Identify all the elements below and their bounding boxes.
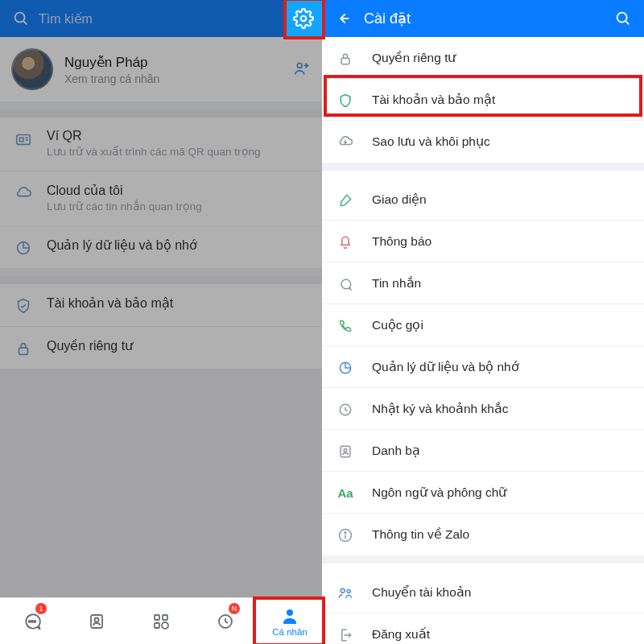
row-title: Tin nhắn	[372, 276, 633, 291]
nav-label: Cá nhân	[272, 627, 307, 637]
nav-discover[interactable]	[129, 598, 193, 644]
svg-point-21	[617, 13, 627, 23]
row-data[interactable]: Quản lý dữ liệu và bộ nhớ	[0, 226, 322, 268]
svg-point-3	[297, 63, 302, 68]
row-title: Cloud của tôi	[47, 183, 311, 198]
svg-point-28	[344, 448, 347, 452]
svg-rect-16	[163, 615, 167, 620]
lock-icon	[11, 338, 35, 357]
nav-contacts[interactable]	[64, 598, 129, 644]
row-title: Thông báo	[372, 234, 633, 249]
svg-point-10	[29, 620, 31, 621]
settings-about[interactable]: Thông tin về Zalo	[322, 514, 644, 555]
settings-contacts[interactable]: Danh bạ	[322, 430, 644, 472]
nav-personal[interactable]: Cá nhân	[258, 598, 322, 644]
row-qr[interactable]: Ví QR Lưu trữ và xuất trình các mã QR qu…	[0, 118, 322, 171]
right-header: Cài đặt	[322, 0, 644, 37]
settings-privacy[interactable]: Quyền riêng tư	[322, 37, 644, 79]
font-icon: Aa	[333, 485, 357, 500]
row-cloud[interactable]: Cloud của tôi Lưu trữ các tin nhắn quan …	[0, 171, 322, 226]
row-title: Đăng xuất	[372, 627, 633, 642]
page-title: Cài đặt	[354, 10, 612, 27]
piechart-icon	[11, 237, 35, 257]
svg-rect-15	[155, 615, 159, 620]
search-input[interactable]: Tìm kiếm	[32, 11, 312, 27]
contacts-icon	[333, 442, 357, 460]
svg-point-12	[34, 620, 35, 621]
settings-notif[interactable]: Thông báo	[322, 221, 644, 262]
svg-rect-17	[155, 623, 159, 628]
row-title: Giao diện	[372, 192, 633, 207]
swap-user-icon[interactable]	[293, 60, 311, 78]
row-title: Chuyển tài khoản	[372, 585, 633, 600]
svg-point-11	[31, 620, 33, 621]
left-header: Tìm kiếm	[0, 0, 322, 37]
bell-icon	[333, 233, 357, 250]
settings-security[interactable]: Tài khoản và bảo mật	[322, 79, 644, 121]
row-title: Tài khoản và bảo mật	[47, 295, 311, 311]
settings-data[interactable]: Quản lý dữ liệu và bộ nhớ	[322, 346, 644, 388]
settings-backup[interactable]: Sao lưu và khôi phục	[322, 121, 644, 163]
settings-ui[interactable]: Giao diện	[322, 179, 644, 221]
search-icon[interactable]	[612, 7, 634, 30]
row-sub: Lưu trữ các tin nhắn quan trọng	[47, 200, 311, 214]
settings-switch[interactable]: Chuyển tài khoản	[322, 572, 644, 613]
piechart-icon	[333, 358, 357, 376]
info-icon	[333, 526, 357, 543]
svg-rect-5	[19, 138, 23, 142]
svg-point-31	[345, 532, 346, 534]
settings-diary[interactable]: Nhật ký và khoảnh khắc	[322, 388, 644, 430]
profile-sub: Xem trang cá nhân	[64, 72, 293, 85]
svg-line-22	[625, 21, 629, 24]
svg-line-1	[23, 21, 27, 24]
phone-icon	[333, 316, 357, 334]
profile-name: Nguyễn Pháp	[64, 54, 293, 71]
shield-outline-icon	[333, 91, 357, 109]
row-title: Thông tin về Zalo	[372, 527, 633, 542]
row-title: Nhật ký và khoảnh khắc	[372, 402, 633, 416]
svg-point-14	[95, 617, 99, 621]
cloud-sync-icon	[333, 133, 357, 151]
nav-timeline[interactable]: N	[193, 598, 258, 644]
svg-point-2	[301, 16, 307, 22]
settings-button[interactable]	[283, 0, 324, 39]
row-title: Quyền riêng tư	[372, 51, 633, 65]
qr-icon	[11, 129, 35, 148]
row-title: Danh bạ	[372, 444, 633, 458]
row-title: Quản lý dữ liệu và bộ nhớ	[47, 237, 311, 253]
profile-screen: Tìm kiếm Nguyễn Pháp Xem trang cá nhân V…	[0, 0, 322, 644]
row-privacy[interactable]: Quyền riêng tư	[0, 327, 322, 369]
settings-lang[interactable]: Aa Ngôn ngữ và phông chữ	[322, 472, 644, 514]
settings-msg[interactable]: Tin nhắn	[322, 262, 644, 304]
nav-messages[interactable]: 1	[0, 598, 64, 644]
chat-icon	[333, 275, 357, 292]
svg-point-0	[15, 13, 25, 23]
brush-icon	[333, 191, 357, 208]
back-icon[interactable]	[332, 7, 354, 30]
avatar	[11, 48, 53, 90]
svg-point-33	[347, 589, 350, 592]
row-security[interactable]: Tài khoản và bảo mật	[0, 284, 322, 327]
row-title: Cuộc gọi	[372, 318, 633, 332]
svg-point-19	[287, 609, 293, 616]
cloud-icon	[11, 183, 35, 202]
row-sub: Lưu trữ và xuất trình các mã QR quan trọ…	[47, 145, 311, 159]
clock-icon	[333, 400, 357, 418]
badge: 1	[35, 603, 47, 614]
settings-logout[interactable]: Đăng xuất	[322, 613, 644, 644]
row-title: Tài khoản và bảo mật	[372, 93, 633, 107]
row-title: Quản lý dữ liệu và bộ nhớ	[372, 360, 633, 374]
shield-icon	[11, 295, 35, 315]
switch-user-icon	[333, 584, 357, 601]
logout-icon	[333, 625, 357, 643]
bottom-nav: 1 N Cá nhân	[0, 597, 322, 644]
row-title: Sao lưu và khôi phục	[372, 134, 633, 149]
search-icon[interactable]	[10, 7, 32, 30]
settings-call[interactable]: Cuộc gọi	[322, 304, 644, 346]
svg-rect-23	[341, 58, 349, 64]
lock-icon	[333, 49, 357, 67]
svg-point-32	[341, 588, 345, 592]
profile-row[interactable]: Nguyễn Pháp Xem trang cá nhân	[0, 37, 322, 101]
svg-rect-9	[19, 349, 28, 355]
row-title: Quyền riêng tư	[47, 338, 311, 353]
